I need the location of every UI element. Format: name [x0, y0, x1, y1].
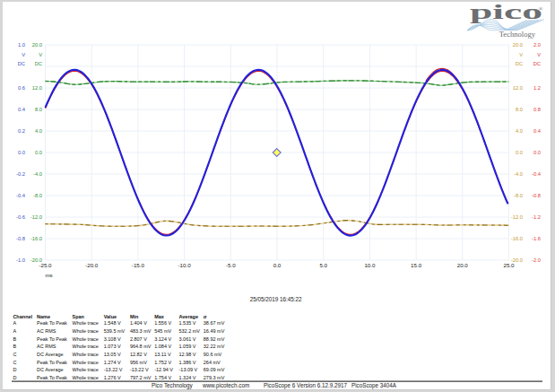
svg-text:-12.0: -12.0: [511, 214, 523, 220]
svg-text:®: ®: [539, 5, 543, 12]
svg-text:BAC RMSWhole trace1.073 V964.8: BAC RMSWhole trace1.073 V964.8 mV1.084 V…: [13, 344, 224, 349]
svg-text:CDC AverageWhole trace13.05 V1: CDC AverageWhole trace13.05 V12.82 V13.1…: [13, 352, 221, 357]
svg-text:20.0: 20.0: [513, 42, 523, 48]
svg-text:DC: DC: [533, 61, 541, 66]
svg-text:12.0: 12.0: [513, 85, 523, 91]
svg-text:0.4: 0.4: [18, 107, 26, 112]
svg-text:20.0: 20.0: [457, 262, 469, 268]
svg-text:CPeak To PeakWhole trace1.274: CPeak To PeakWhole trace1.274 V956 mV1.7…: [13, 360, 221, 365]
svg-text:DC: DC: [516, 61, 523, 66]
svg-text:DPeak To PeakWhole trace1.276: DPeak To PeakWhole trace1.276 V797.2 mV1…: [13, 375, 224, 380]
svg-text:www.picotech.com: www.picotech.com: [202, 382, 249, 389]
svg-text:0.4: 0.4: [533, 128, 542, 134]
svg-text:DC: DC: [18, 61, 25, 66]
svg-text:-0.2: -0.2: [16, 171, 25, 177]
svg-text:-12.0: -12.0: [30, 214, 42, 220]
svg-text:1.2: 1.2: [533, 85, 541, 91]
svg-text:-0.8: -0.8: [16, 236, 25, 241]
svg-text:-1.0: -1.0: [16, 257, 25, 263]
svg-text:0.0: 0.0: [533, 150, 541, 155]
svg-text:8.0: 8.0: [516, 107, 523, 112]
svg-text:8.0: 8.0: [35, 107, 42, 112]
svg-text:-16.0: -16.0: [30, 236, 42, 241]
svg-text:V: V: [519, 52, 523, 57]
svg-text:ms: ms: [45, 272, 52, 278]
svg-text:25.0: 25.0: [503, 262, 515, 268]
svg-text:-10.0: -10.0: [178, 262, 192, 268]
svg-text:-4.0: -4.0: [33, 171, 42, 177]
svg-text:Technology: Technology: [499, 30, 536, 39]
svg-text:-20.0: -20.0: [85, 262, 99, 268]
svg-text:-8.0: -8.0: [514, 193, 523, 198]
svg-text:0.2: 0.2: [18, 128, 25, 134]
svg-text:Pico Technology: Pico Technology: [152, 382, 194, 389]
svg-text:DC: DC: [35, 61, 42, 66]
svg-text:4.0: 4.0: [516, 128, 523, 134]
svg-text:0.0: 0.0: [35, 150, 42, 155]
svg-text:-8.0: -8.0: [33, 193, 42, 198]
svg-text:-16.0: -16.0: [511, 236, 523, 241]
svg-text:DDC AverageWhole trace-13.22 V: DDC AverageWhole trace-13.22 V-13.22 V-1…: [13, 367, 224, 372]
svg-text:V: V: [537, 52, 541, 57]
svg-text:PicoScope 3404A: PicoScope 3404A: [351, 382, 397, 389]
svg-text:V: V: [22, 52, 25, 57]
svg-text:25/05/2019 16:45:22: 25/05/2019 16:45:22: [250, 296, 302, 302]
svg-text:-0.8: -0.8: [532, 193, 541, 198]
svg-text:APeak To PeakWhole trace1.548: APeak To PeakWhole trace1.548 V1.404 V1.…: [13, 320, 224, 326]
svg-text:-1.2: -1.2: [532, 214, 541, 220]
svg-text:-15.0: -15.0: [132, 262, 145, 268]
svg-text:-2.0: -2.0: [532, 257, 541, 263]
svg-text:0.0: 0.0: [18, 150, 25, 155]
svg-text:-0.6: -0.6: [16, 214, 25, 220]
svg-text:0.0: 0.0: [273, 262, 282, 268]
svg-text:V: V: [39, 52, 42, 57]
svg-text:-1.6: -1.6: [532, 236, 541, 241]
svg-text:pico: pico: [470, 0, 542, 23]
svg-text:2.0: 2.0: [533, 42, 541, 48]
svg-text:15.0: 15.0: [411, 262, 422, 268]
svg-text:-0.4: -0.4: [532, 171, 542, 177]
svg-text:1.0: 1.0: [18, 42, 25, 48]
svg-text:BPeak To PeakWhole trace3.108: BPeak To PeakWhole trace3.108 V2.807 V3.…: [13, 336, 224, 342]
svg-text:-5.0: -5.0: [226, 262, 236, 268]
svg-text:AAC RMSWhole trace539.5 mV483.: AAC RMSWhole trace539.5 mV483.3 mV545 mV…: [13, 328, 224, 334]
svg-text:0.6: 0.6: [18, 85, 25, 91]
svg-text:0.0: 0.0: [516, 150, 523, 155]
svg-text:5.0: 5.0: [319, 262, 327, 268]
svg-text:PicoScope 6 Version 6.12.9.291: PicoScope 6 Version 6.12.9.2917: [264, 382, 348, 389]
svg-text:-25.0: -25.0: [39, 262, 52, 268]
svg-text:20.0: 20.0: [32, 42, 42, 48]
svg-text:-0.4: -0.4: [16, 193, 26, 198]
svg-text:4.0: 4.0: [35, 128, 42, 134]
svg-text:12.0: 12.0: [32, 85, 42, 91]
svg-text:10.0: 10.0: [364, 262, 376, 268]
svg-text:-4.0: -4.0: [514, 171, 523, 177]
svg-text:0.8: 0.8: [533, 107, 541, 112]
